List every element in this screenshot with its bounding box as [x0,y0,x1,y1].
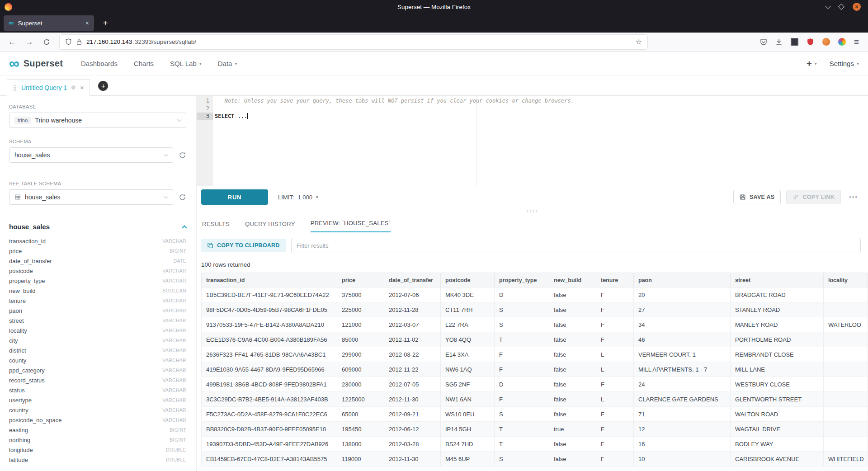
table-row[interactable]: ECE1D376-C9A6-4C00-B004-A380B189FA568500… [202,332,868,347]
table-row[interactable]: 98F5DC47-0D05-4D59-95B7-98CA6F1FDE052250… [202,302,868,317]
schema-column-row[interactable]: postcode_no_spaceVARCHAR [9,415,186,425]
add-query-tab-button[interactable]: + [98,81,108,91]
schema-column-row[interactable]: districtVARCHAR [9,345,186,355]
table-cell: 46 [634,332,731,347]
results-tab-query-history[interactable]: QUERY HISTORY [245,221,295,232]
table-row[interactable]: 193907D3-5DBD-453D-A49E-9FEE27DAB9261380… [202,437,868,452]
schema-column-row[interactable]: northingBIGINT [9,435,186,445]
table-refresh-button[interactable] [179,193,186,201]
sql-editor[interactable]: 1 2 3 -- Note: Unless you save your quer… [197,96,868,186]
drag-handle-icon[interactable] [13,85,17,91]
window-maximize-button[interactable] [839,5,844,9]
schema-column-row[interactable]: countyVARCHAR [9,355,186,365]
results-tab-preview-house-sales[interactable]: PREVIEW: `HOUSE_SALES` [311,220,391,232]
schema-column-row[interactable]: cityVARCHAR [9,335,186,345]
column-header-locality[interactable]: locality [824,273,868,287]
schema-column-row[interactable]: paonVARCHAR [9,306,186,316]
schema-column-row[interactable]: streetVARCHAR [9,316,186,325]
table-select[interactable]: house_sales [9,189,173,205]
schema-column-row[interactable]: new_buildBOOLEAN [9,286,186,296]
copy-to-clipboard-button[interactable]: COPY TO CLIPBOARD [201,239,286,252]
column-header-postcode[interactable]: postcode [441,273,495,287]
collapse-chevron-button[interactable] [182,225,187,230]
copy-link-button[interactable]: COPY LINK [786,190,841,204]
browser-tab[interactable]: ∞ Superset × [4,15,94,31]
add-new-button[interactable]: + ▾ [807,59,817,68]
column-type: VARCHAR [162,348,186,353]
database-select[interactable]: trino Trino warehouse [9,113,186,128]
new-tab-button[interactable]: + [99,16,112,30]
bookmark-star-button[interactable]: ☆ [636,38,642,46]
table-row[interactable]: 2636F323-FF41-4765-81DB-98CAA6A43BC12990… [202,347,868,362]
schema-column-row[interactable]: longitudeDOUBLE [9,445,186,455]
query-tab-active[interactable]: Untitled Query 1 × [7,79,90,96]
filter-results-input[interactable] [291,238,861,253]
extension-button-4[interactable] [838,38,846,46]
column-header-property-type[interactable]: property_type [495,273,549,287]
url-bar[interactable]: 217.160.120.143 :32393/superset/sqllab/ … [60,35,647,49]
schema-column-row[interactable]: statusVARCHAR [9,385,186,395]
save-as-button[interactable]: SAVE AS [733,190,781,204]
settings-menu[interactable]: Settings ▾ [830,60,859,67]
schema-refresh-button[interactable] [179,151,186,159]
schema-column-row[interactable]: localityVARCHAR [9,325,186,335]
schema-select[interactable]: house_sales [9,147,173,163]
lock-icon[interactable] [76,39,82,45]
table-row[interactable]: 499B1981-3B6B-4BCD-808F-9FED9802BFA12300… [202,377,868,392]
nav-item-charts[interactable]: Charts [134,60,154,67]
nav-item-sql-lab[interactable]: SQL Lab▾ [170,60,202,67]
schema-column-row[interactable]: postcodeVARCHAR [9,266,186,276]
table-column-list: transaction_idVARCHARpriceBIGINTdate_of_… [9,236,186,465]
menu-button[interactable]: ≡ [854,37,859,47]
superset-brand[interactable]: ∞ Superset [9,57,63,70]
query-tab-close-button[interactable]: × [80,84,84,91]
column-header-price[interactable]: price [337,273,384,287]
schema-column-row[interactable]: countryVARCHAR [9,405,186,415]
schema-column-row[interactable]: record_statusVARCHAR [9,375,186,385]
back-button[interactable]: ← [5,35,19,49]
tab-close-button[interactable]: × [85,19,89,27]
schema-column-row[interactable]: tenureVARCHAR [9,296,186,306]
column-header-date-of-transfer[interactable]: date_of_transfer [384,273,441,287]
table-row[interactable]: 91370533-19F5-47FE-B142-A380A8ADA2101210… [202,317,868,332]
table-row[interactable]: 1B5C39ED-BE7F-41EF-9E71-9C60EED74A223750… [202,287,868,302]
column-header-tenure[interactable]: tenure [596,273,634,287]
forward-button[interactable]: → [23,35,36,49]
editor-content[interactable]: -- Note: Unless you save your query, the… [213,96,868,186]
more-options-button[interactable]: ··· [846,193,861,202]
window-close-button[interactable]: × [853,3,861,11]
pane-splitter[interactable] [197,208,868,214]
column-header-street[interactable]: street [731,273,824,287]
pocket-button[interactable] [760,38,767,46]
schema-column-row[interactable]: date_of_transferDATE [9,256,186,266]
schema-column-row[interactable]: priceBIGINT [9,246,186,256]
schema-column-row[interactable]: usertypeVARCHAR [9,395,186,405]
extension-button-3[interactable] [822,38,830,46]
schema-column-row[interactable]: ppd_categoryVARCHAR [9,365,186,375]
run-button[interactable]: RUN [201,189,268,205]
schema-column-row[interactable]: property_typeVARCHAR [9,276,186,286]
table-row[interactable]: BB8320C9-D82B-4B37-90E0-9FEE05095E101954… [202,422,868,437]
nav-item-dashboards[interactable]: Dashboards [81,60,118,67]
tracking-shield-icon[interactable] [65,38,72,45]
results-tab-results[interactable]: RESULTS [202,221,230,232]
schema-column-row[interactable]: transaction_idVARCHAR [9,236,186,246]
downloads-button[interactable] [775,38,783,46]
table-row[interactable]: F5C273AC-0D2A-458F-8279-9C61F0C22EC66500… [202,407,868,422]
reload-button[interactable] [40,35,53,49]
nav-item-data[interactable]: Data▾ [218,60,237,67]
column-header-new-build[interactable]: new_build [549,273,596,287]
window-minimize-button[interactable] [826,6,830,8]
schema-column-row[interactable]: eastingBIGINT [9,425,186,435]
table-row[interactable]: 3C3C29DC-B7B2-4BE5-914A-A38123AF403B1225… [202,392,868,407]
limit-control[interactable]: LIMIT: 1 000 ▾ [278,194,318,201]
column-header-paon[interactable]: paon [634,273,731,287]
table-cell: 98F5DC47-0D05-4D59-95B7-98CA6F1FDE05 [202,302,337,317]
extension-button-1[interactable] [791,38,798,46]
extension-button-2[interactable] [807,38,814,46]
column-header-transaction-id[interactable]: transaction_id [202,273,337,287]
column-name: easting [9,427,28,433]
schema-column-row[interactable]: latitudeDOUBLE [9,455,186,465]
table-row[interactable]: EB1459EB-67ED-47C8-B2E7-A38143AB55751190… [202,452,868,466]
table-row[interactable]: 419E1030-9A55-4467-8DA9-9FED95D659666090… [202,362,868,377]
